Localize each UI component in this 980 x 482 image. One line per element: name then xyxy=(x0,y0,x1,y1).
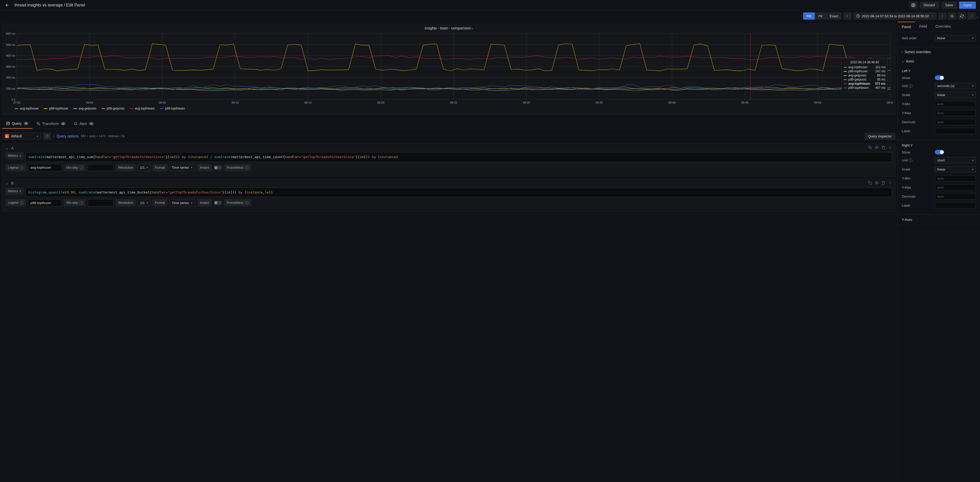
copy-icon[interactable] xyxy=(868,146,872,150)
copy-icon[interactable] xyxy=(868,181,872,185)
format-select[interactable]: Time series xyxy=(169,199,195,206)
right-y-decimals-input[interactable] xyxy=(935,193,976,200)
query-input[interactable]: sum(rate(mattermost_api_time_sum{handler… xyxy=(25,152,892,162)
tab-alert[interactable]: Alert 0 xyxy=(70,119,98,129)
trash-icon[interactable] xyxy=(881,146,885,150)
right-y-max-input[interactable] xyxy=(935,184,976,191)
svg-point-62 xyxy=(891,183,891,183)
timerange-picker[interactable]: 2022-06-14 07:53:34 to 2022-06-14 08:56:… xyxy=(853,13,937,20)
zoom-out-button[interactable] xyxy=(948,13,956,20)
resolution-select[interactable]: 1/1 xyxy=(138,164,150,171)
tab-query[interactable]: Query 6 xyxy=(2,119,33,129)
panel-title[interactable]: insights - team - comparision xyxy=(5,26,893,30)
svg-text:08:20: 08:20 xyxy=(377,101,384,104)
svg-text:08:40: 08:40 xyxy=(668,101,676,104)
right-y-label-input[interactable] xyxy=(935,202,976,209)
timerange-text: 2022-06-14 07:53:34 to 2022-06-14 08:56:… xyxy=(862,14,929,18)
right-tab-panel[interactable]: Panel xyxy=(898,22,915,32)
viewmode-fit[interactable]: Fit xyxy=(815,13,826,20)
metrics-label[interactable]: Metrics ▾ xyxy=(5,188,24,195)
drag-icon[interactable] xyxy=(888,146,892,150)
svg-text:08:15: 08:15 xyxy=(304,101,312,104)
right-y-show-toggle[interactable] xyxy=(935,150,944,155)
right-tab-overrides[interactable]: Overrides xyxy=(931,22,955,32)
legend-label: Legend i xyxy=(5,164,26,171)
svg-text:300 ms: 300 ms xyxy=(6,65,16,68)
svg-point-60 xyxy=(891,182,891,182)
metrics-label[interactable]: Metrics ▾ xyxy=(5,152,24,160)
query-options-chevron-icon[interactable]: › xyxy=(53,134,54,138)
query-inspector-button[interactable]: Query inspector xyxy=(864,133,895,140)
info-icon: i xyxy=(909,84,912,88)
viewmode-exact[interactable]: Exact xyxy=(826,13,842,20)
timerange-forward-button[interactable] xyxy=(938,13,947,20)
svg-text:08:45: 08:45 xyxy=(741,101,748,104)
format-select[interactable]: Time series xyxy=(169,164,195,171)
svg-text:08:55: 08:55 xyxy=(887,101,893,104)
left-y-unit-select[interactable]: seconds (s) xyxy=(935,83,976,89)
query-options-link[interactable]: Query options xyxy=(57,134,79,138)
legend-item[interactable]: p99-topthteam xyxy=(160,107,185,110)
tab-transform[interactable]: Transform 0 xyxy=(33,119,70,129)
query-collapse-icon[interactable]: ⌄ xyxy=(5,146,8,150)
svg-text:0 s: 0 s xyxy=(11,98,15,101)
query-block-a: ⌄ A Metrics ▾ sum(rate(mattermost_api_ti… xyxy=(2,144,895,177)
legend-input[interactable] xyxy=(28,164,62,171)
eye-icon[interactable] xyxy=(875,181,878,185)
legend-item[interactable]: avg-getposts xyxy=(73,107,96,110)
axes-section[interactable]: ⌄Axes xyxy=(898,57,980,66)
svg-rect-57 xyxy=(870,182,872,184)
minstep-input[interactable] xyxy=(88,164,114,171)
tooltip-timestamp: 2022-06-14 08:46:40 xyxy=(844,61,886,64)
right-y-min-input[interactable] xyxy=(935,175,976,182)
legend-item[interactable]: avg-topthuser xyxy=(15,107,39,110)
svg-text:07:55: 07:55 xyxy=(13,101,21,104)
refresh-dropdown-button[interactable] xyxy=(967,13,976,20)
format-label: Format xyxy=(152,199,167,206)
timerange-back-button[interactable] xyxy=(843,13,852,20)
left-y-scale-select[interactable]: linear xyxy=(935,92,976,98)
svg-text:400 ms: 400 ms xyxy=(6,54,16,57)
left-y-min-input[interactable] xyxy=(935,101,976,107)
right-tab-field[interactable]: Field xyxy=(915,22,931,32)
chart-canvas[interactable]: 0 s100 ms200 ms300 ms400 ms500 ms600 ms0… xyxy=(5,32,893,105)
eye-icon[interactable] xyxy=(875,146,878,150)
series-overrides-section[interactable]: ›Series overrides xyxy=(898,47,980,57)
left-y-label-input[interactable] xyxy=(935,128,976,134)
left-y-max-input[interactable] xyxy=(935,110,976,116)
left-y-show-toggle[interactable] xyxy=(935,75,944,80)
drag-icon[interactable] xyxy=(888,181,892,185)
resolution-select[interactable]: 1/1 xyxy=(138,199,150,206)
save-button[interactable]: Save xyxy=(941,2,957,9)
datasource-help-button[interactable]: ? xyxy=(43,132,51,140)
datasource-select[interactable]: ◐ default xyxy=(2,133,41,139)
viewmode-fill[interactable]: Fill xyxy=(803,13,815,20)
legend-input[interactable] xyxy=(28,199,62,206)
left-y-decimals-input[interactable] xyxy=(935,119,976,125)
tab-transform-badge: 0 xyxy=(61,122,65,125)
trash-icon[interactable] xyxy=(881,181,885,185)
svg-rect-49 xyxy=(870,147,872,149)
back-button[interactable] xyxy=(4,2,10,8)
md-text: MD = auto = 1470 xyxy=(81,134,106,138)
chart-tooltip: 2022-06-14 08:46:40 avg-topthuser:101 ms… xyxy=(842,58,888,92)
settings-button[interactable] xyxy=(909,2,918,9)
svg-text:08:30: 08:30 xyxy=(523,101,530,104)
refresh-button[interactable] xyxy=(958,13,966,20)
y-axes-heading: Y-Axes xyxy=(902,218,976,222)
instant-toggle[interactable] xyxy=(214,201,222,205)
query-collapse-icon[interactable]: ⌄ xyxy=(5,181,8,185)
apply-button[interactable]: Apply xyxy=(959,2,976,9)
right-y-scale-select[interactable]: linear xyxy=(935,166,976,172)
legend-item[interactable]: p99-getposts xyxy=(102,107,124,110)
query-input[interactable]: histogram_quantile(0.99, sum(rate(matter… xyxy=(25,188,892,197)
sort-order-select[interactable]: None xyxy=(935,35,976,41)
discard-button[interactable]: Discard xyxy=(920,2,939,9)
legend-item[interactable]: avg-topthteam xyxy=(130,107,155,110)
right-y-unit-select[interactable]: short xyxy=(935,157,976,163)
tab-query-label: Query xyxy=(12,121,22,126)
legend-item[interactable]: p99-topthuser xyxy=(44,107,68,110)
minstep-input[interactable] xyxy=(88,199,114,206)
instant-toggle[interactable] xyxy=(214,166,222,170)
tab-alert-badge: 0 xyxy=(89,122,94,125)
